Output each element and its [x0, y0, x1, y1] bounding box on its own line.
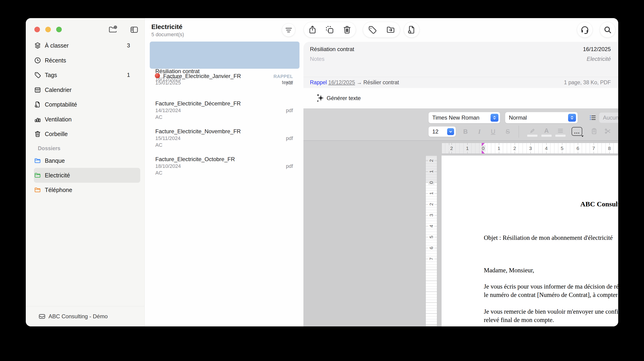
support-button[interactable] [577, 22, 593, 38]
letter-line: Je vous remercie de bien vouloir m'envoy… [484, 307, 618, 316]
document-date[interactable]: 16/12/2025 [583, 46, 611, 52]
reminder-row[interactable]: Rappel 16/12/2025 → Résilier contrat [310, 80, 399, 86]
reminder-label[interactable]: Rappel [310, 80, 327, 86]
list-style-select[interactable]: Aucun [599, 112, 618, 123]
letter-line: relevé final de mon compte. [484, 316, 554, 324]
sidebar-item-corbeille[interactable]: Corbeille [30, 128, 140, 140]
sidebar-item-count: 1 [127, 72, 130, 78]
generate-text-button[interactable]: Générer texte [327, 95, 361, 102]
popup-chevrons-icon [490, 114, 498, 122]
search-icon [603, 25, 612, 34]
reminder-date[interactable]: 16/12/2025 [328, 80, 355, 86]
row-type: pdf [286, 80, 293, 86]
ruler-number: 0 [428, 180, 434, 185]
sidebar-item-comptabilite[interactable]: Comptabilité [30, 98, 140, 111]
bold-button[interactable]: B [460, 126, 471, 137]
move-to-folder-icon[interactable] [386, 25, 396, 34]
sidebar-item-label: Calendrier [45, 86, 72, 93]
document-row-janvier[interactable]: Facture_Electricite_Janvier_FR 15/01/202… [150, 70, 300, 91]
indent-marker-top[interactable] [482, 143, 485, 146]
ruler-number: 1 [428, 191, 434, 196]
account-row[interactable]: ABC Consulting - Démo [26, 306, 145, 326]
sidebar-folder-banque[interactable]: Banque [30, 154, 140, 167]
sort-filter-button[interactable] [282, 23, 295, 37]
sidebar-folder-electricite[interactable]: Electricité [30, 169, 140, 182]
ruler-number: 7 [428, 256, 434, 261]
font-family-select[interactable]: Times New Roman [428, 112, 500, 123]
copy-icon[interactable] [616, 126, 618, 137]
sidebar-item-tags[interactable]: Tags 1 [30, 68, 140, 82]
list-style-icon[interactable] [587, 112, 598, 123]
close-window-button[interactable] [34, 27, 40, 32]
paragraph-style-value: Normal [505, 114, 568, 121]
document-info-card: Résiliation contrat Notes 16/12/2025 Ele… [304, 42, 618, 88]
document-actions-group [304, 22, 356, 38]
sidebar-folder-telephone[interactable]: Téléphone [30, 184, 140, 196]
new-document-button[interactable] [404, 22, 420, 38]
ruler-number: 3 [528, 145, 533, 152]
row-tag: AC [155, 114, 162, 120]
new-folder-icon[interactable] [108, 25, 118, 34]
horizontal-ruler[interactable]: 210123456789101112131415 [442, 143, 618, 154]
paste-clipboard-icon[interactable] [588, 126, 600, 137]
more-formatting-button[interactable]: … [572, 127, 582, 136]
generate-row: Générer texte [304, 88, 618, 108]
app-window: À classer 3 Récents Tags 1 [26, 18, 618, 326]
sidebar-item-recents[interactable]: Récents [30, 54, 140, 67]
ruler-number: 5 [560, 145, 564, 152]
share-icon[interactable] [308, 25, 317, 34]
document-page[interactable]: ABC Consulting SARL Objet : Résiliation … [442, 156, 618, 326]
toggle-sidebar-icon[interactable] [130, 25, 139, 34]
vertical-ruler[interactable]: 2101234567 [426, 156, 437, 326]
document-row-novembre[interactable]: Facture_Electricite_Novembre_FR 15/11/20… [150, 126, 300, 151]
notes-placeholder[interactable]: Notes [310, 56, 324, 62]
document-row-decembre[interactable]: Facture_Electricite_Décembre_FR 14/12/20… [150, 98, 300, 123]
paragraph-style-select[interactable]: Normal [505, 112, 578, 123]
more-dropdown-caret[interactable] [581, 136, 584, 137]
cut-scissors-icon[interactable] [602, 126, 613, 137]
sidebar-item-label: À classer [45, 42, 69, 49]
sidebar-item-label: Corbeille [45, 131, 68, 138]
tag-icon [30, 71, 45, 79]
underline-button[interactable]: U [488, 126, 499, 137]
editor-toolbar: Times New Roman Normal Aucun [304, 108, 618, 141]
letter-line: Madame, Monsieur, [484, 266, 534, 274]
sidebar-item-label: Tags [45, 72, 57, 78]
duplicate-icon[interactable] [325, 25, 334, 34]
ruler-number: 7 [591, 145, 596, 152]
sidebar-item-ventilation[interactable]: Ventilation [30, 113, 140, 126]
row-tag: AC [155, 170, 162, 176]
minimize-window-button[interactable] [45, 27, 51, 32]
reminder-action: Résilier contrat [363, 80, 399, 86]
account-label: ABC Consulting - Démo [48, 313, 108, 320]
strikethrough-button[interactable]: S [502, 126, 513, 137]
italic-button[interactable]: I [474, 126, 485, 137]
document-upload-icon [30, 101, 45, 108]
ruler-number: 2 [512, 145, 517, 152]
tag-icon[interactable] [368, 25, 377, 34]
document-row-resiliation[interactable]: Résiliation contrat 16/12/2025 RAPPEL te… [150, 42, 300, 69]
document-row-octobre[interactable]: Facture_Electricite_Octobre_FR 18/10/202… [150, 153, 300, 178]
sidebar-item-a-classer[interactable]: À classer 3 [30, 39, 140, 52]
layers-stack-icon [30, 42, 45, 49]
headset-icon [580, 25, 590, 34]
sidebar-item-calendrier[interactable]: Calendrier [30, 83, 140, 96]
ruler-number: 2 [449, 145, 454, 152]
sidebar-section-dossiers: Dossiers [38, 145, 60, 152]
row-title: Facture_Electricite_Janvier_FR [163, 73, 241, 80]
ruler-number: 4 [428, 224, 434, 228]
document-folder[interactable]: Electricité [587, 56, 611, 62]
ruler-number: 3 [428, 213, 434, 218]
ruler-number: 2 [428, 158, 434, 163]
trash-icon[interactable] [342, 25, 352, 34]
font-size-select[interactable]: 12 [428, 126, 456, 137]
document-title[interactable]: Résiliation contrat [310, 46, 354, 52]
document-canvas: 210123456789101112131415 2101234567 ABC … [304, 141, 618, 326]
highlight-color-swatch [527, 135, 538, 137]
row-date: 14/12/2024 [155, 108, 181, 114]
list-style-value: Aucun [599, 114, 618, 121]
sidebar: À classer 3 Récents Tags 1 [26, 18, 145, 326]
indent-marker-bottom[interactable] [482, 150, 485, 154]
search-button[interactable] [600, 22, 616, 38]
zoom-window-button[interactable] [56, 27, 62, 32]
